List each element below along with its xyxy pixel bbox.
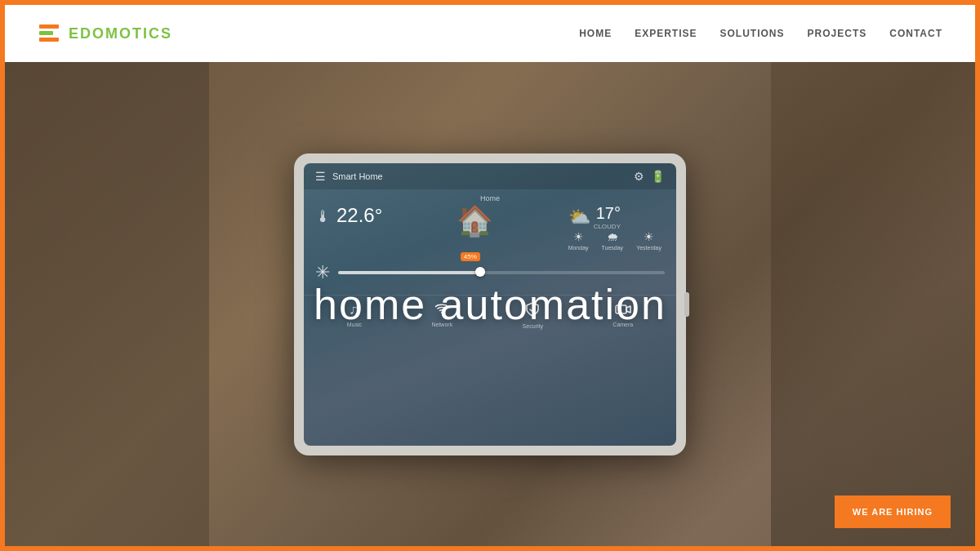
- tablet-home-label: Home: [315, 194, 665, 202]
- hero-headline: home automation: [314, 280, 666, 329]
- cloudy-label: CLOUDY: [594, 223, 621, 230]
- indoor-temp-block: 🌡 22.6°: [315, 204, 382, 227]
- indoor-temp-value: 22.6°: [336, 204, 382, 227]
- hero-text-overlay: home automation: [314, 280, 666, 329]
- slider-thumb: 45%: [475, 267, 485, 277]
- tablet-status-bar: ☰ Smart Home ⚙ 🔋: [304, 163, 676, 189]
- nav-item-expertise[interactable]: EXPERTISE: [635, 28, 697, 39]
- forecast-row: ☀ Monday 🌧 Tuesday ☀ Ye: [568, 230, 662, 251]
- forecast-monday: ☀ Monday: [568, 230, 589, 251]
- forecast-tuesday-icon: 🌧: [602, 230, 624, 243]
- forecast-yesterday: ☀ Yesterday: [636, 230, 662, 251]
- weather-row: 🌡 22.6° 🏠 ⛅ 17°: [315, 204, 665, 256]
- svg-rect-2: [39, 38, 59, 42]
- tablet-bar-left: ☰ Smart Home: [315, 170, 383, 183]
- fan-slider[interactable]: 45%: [338, 271, 665, 274]
- tablet-side-button: [684, 292, 689, 317]
- forecast-tuesday-label: Tuesday: [602, 245, 624, 251]
- thermometer-icon: 🌡: [315, 207, 332, 226]
- house-icon: 🏠: [457, 204, 493, 238]
- tablet-bar-right: ⚙ 🔋: [634, 170, 665, 183]
- forecast-monday-icon: ☀: [568, 230, 589, 243]
- hiring-button[interactable]: WE ARE HIRING: [835, 495, 951, 528]
- nav-item-contact[interactable]: CONTACT: [889, 28, 942, 39]
- logo-area: EDOMOTICS: [38, 22, 172, 45]
- battery-icon: 🔋: [651, 170, 665, 183]
- outdoor-temp-value: 17°: [594, 204, 621, 223]
- nav-item-home[interactable]: HOME: [579, 28, 612, 39]
- hamburger-icon: ☰: [315, 170, 326, 183]
- nav-item-projects[interactable]: PROJECTS: [808, 28, 867, 39]
- hero-section: ☰ Smart Home ⚙ 🔋 Home: [5, 62, 975, 546]
- svg-rect-1: [39, 31, 53, 35]
- fan-percentage: 45%: [461, 252, 480, 261]
- nav-item-solutions[interactable]: SOLUTIONS: [720, 28, 785, 39]
- tablet-content: Home 🌡 22.6° 🏠: [304, 189, 676, 295]
- outdoor-temp-block: ⛅ 17° CLOUDY ☀: [568, 204, 665, 256]
- forecast-yesterday-icon: ☀: [636, 230, 662, 243]
- bg-blur-right: [771, 62, 975, 546]
- cloud-icon: ⛅: [568, 207, 590, 228]
- forecast-tuesday: 🌧 Tuesday: [602, 230, 624, 251]
- svg-rect-0: [39, 24, 59, 29]
- settings-icon: ⚙: [634, 170, 644, 183]
- brand-logo-icon: [38, 22, 60, 45]
- slider-fill: [338, 271, 485, 274]
- forecast-yesterday-label: Yesterday: [636, 245, 662, 251]
- bg-blur-left: [5, 62, 209, 546]
- brand-name: EDOMOTICS: [69, 25, 172, 42]
- main-nav: HOME EXPERTISE SOLUTIONS PROJECTS CONTAC…: [579, 28, 942, 39]
- page-wrapper: EDOMOTICS HOME EXPERTISE SOLUTIONS PROJE…: [5, 5, 975, 546]
- tablet-app-title: Smart Home: [332, 171, 383, 181]
- forecast-monday-label: Monday: [568, 245, 589, 251]
- header: EDOMOTICS HOME EXPERTISE SOLUTIONS PROJE…: [5, 5, 975, 62]
